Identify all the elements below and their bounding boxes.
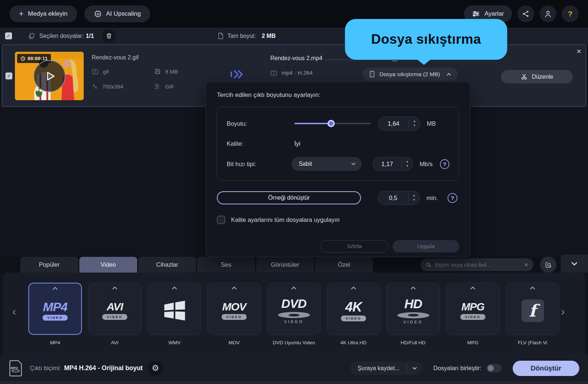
bitrate-type-select[interactable]: Sabit <box>291 157 362 171</box>
format-label: MOV <box>229 340 240 345</box>
format-hd[interactable]: HD VIDEO <box>386 283 440 335</box>
slider-thumb[interactable] <box>327 120 335 127</box>
help-icon: ? <box>568 9 573 18</box>
share-button[interactable] <box>517 5 534 22</box>
source-resolution: 700x394 <box>102 83 123 90</box>
sample-duration-spinner[interactable]: 0,5 ▲ ▼ <box>378 191 420 205</box>
search-input[interactable] <box>435 262 520 268</box>
video-badge: VIDEO <box>43 315 68 321</box>
video-badge: VIDEO <box>460 314 485 320</box>
file-checkbox[interactable]: ✓ <box>5 73 12 79</box>
convert-sample-button[interactable]: Örneği dönüştür <box>217 191 361 204</box>
tab-ozel[interactable]: Özel <box>315 257 373 273</box>
ai-upscaling-button[interactable]: AI AI Upscaling <box>84 5 150 22</box>
find-device-button[interactable] <box>540 256 556 273</box>
convert-button[interactable]: Dönüştür <box>513 361 579 376</box>
format-mp4[interactable]: MP4 VIDEO <box>28 283 82 335</box>
merge-files-toggle[interactable] <box>486 364 502 372</box>
close-icon: ✕ <box>576 48 581 55</box>
trash-icon <box>106 32 112 39</box>
file-compression-button[interactable]: Dosya sıkıştırma (2 MB) <box>362 67 458 81</box>
tab-populer[interactable]: Popüler <box>20 257 78 273</box>
codec-icon <box>154 83 161 90</box>
tab-ses[interactable]: Ses <box>197 257 255 273</box>
size-label: Boyutu: <box>227 120 294 127</box>
format-flv[interactable]: f <box>506 283 559 335</box>
apply-all-checkbox[interactable] <box>217 216 225 224</box>
scroll-right-button[interactable]: › <box>561 306 565 317</box>
spin-up-icon[interactable]: ▲ <box>413 120 416 123</box>
merge-files-label: Dosyaları birleştir: <box>433 365 481 372</box>
play-button[interactable] <box>33 60 65 92</box>
spin-up-icon[interactable]: ▲ <box>406 160 409 163</box>
delete-button[interactable] <box>102 29 116 43</box>
sliders-icon <box>472 10 480 18</box>
resolution-icon <box>92 83 98 90</box>
clear-search-icon[interactable]: ✕ <box>524 262 528 268</box>
spin-down-icon[interactable]: ▼ <box>413 124 416 127</box>
reset-button[interactable]: Sıfırla <box>321 240 388 252</box>
add-media-button[interactable]: + Medya ekleyin <box>9 5 77 22</box>
source-codec: GIF <box>165 83 174 90</box>
hd-logo: HD <box>404 297 422 310</box>
size-value[interactable]: 1,64 <box>378 120 409 127</box>
sample-duration-value[interactable]: 0,5 <box>378 195 408 201</box>
format-card-4k: 4K VIDEO 4K Ultra HD <box>327 283 380 345</box>
tab-goruntuler[interactable]: Görüntüler <box>256 257 314 273</box>
chevron-up-icon <box>446 73 451 76</box>
video-badge: VIDEO <box>222 314 247 320</box>
format-mpg[interactable]: MPG VIDEO <box>446 283 500 335</box>
format-avi[interactable]: AVI VIDEO <box>88 283 142 335</box>
format-card-mov: MOV VIDEO MOV <box>207 283 261 345</box>
tab-cihazlar[interactable]: Cihazlar <box>138 257 196 273</box>
apply-button[interactable]: Uygula <box>393 240 459 252</box>
tooltip-text: Dosya sıkıştırma <box>371 32 481 47</box>
format-dvd[interactable]: DVD VIDEO <box>267 283 321 335</box>
spin-down-icon[interactable]: ▼ <box>406 165 409 168</box>
output-settings-button[interactable]: ⚙ <box>148 361 163 376</box>
chevron-down-icon[interactable] <box>407 367 422 370</box>
bitrate-help-button[interactable]: ? <box>440 159 449 169</box>
video-thumbnail[interactable]: 00:00:11 <box>15 52 84 100</box>
source-info: gif 8 MB 700x394 <box>92 68 178 90</box>
format-mov[interactable]: MOV VIDEO <box>207 283 261 335</box>
flash-logo-icon: f <box>521 299 544 322</box>
save-to-button[interactable]: Şuraya kaydet... <box>350 361 422 375</box>
sample-help-button[interactable]: ? <box>448 193 457 203</box>
format-card-dvd: DVD VIDEO DVD Uyumlu Video <box>267 283 321 345</box>
spin-down-icon[interactable]: ▼ <box>413 199 416 201</box>
account-button[interactable] <box>540 5 556 22</box>
add-media-label: Medya ekleyin <box>28 10 68 17</box>
format-4k[interactable]: 4K VIDEO <box>327 283 380 335</box>
format-card-mpg: MPG VIDEO MPG <box>446 283 500 345</box>
bitrate-value[interactable]: 1,17 <box>373 161 401 168</box>
avi-logo: AVI <box>107 301 123 312</box>
help-button[interactable]: ? <box>562 5 579 22</box>
convert-arrow-icon <box>229 69 245 80</box>
select-all-checkbox[interactable]: ✓ <box>5 32 12 39</box>
source-file-name: Rendez-vous 2.gif <box>92 54 139 61</box>
compression-tooltip: Dosya sıkıştırma <box>345 19 507 60</box>
format-label: AVI <box>111 340 119 345</box>
spin-up-icon[interactable]: ▲ <box>413 194 416 197</box>
output-format-value: mp4 · H.264 <box>282 70 313 76</box>
format-tabs-row: Popüler Video Cihazlar Ses Görüntüler Öz… <box>0 257 588 273</box>
compression-dialog: Tercih edilen çıktı boyutunu ayarlayın: … <box>206 82 470 257</box>
edit-button[interactable]: Düzenle <box>501 70 573 83</box>
compress-label: Dosya sıkıştırma (2 MB) <box>380 71 440 78</box>
media-type-icon <box>270 70 277 76</box>
selected-files-label: Seçilen dosyalar: <box>39 33 84 39</box>
scroll-left-button[interactable]: ‹ <box>12 306 16 317</box>
format-label: 4K Ultra HD <box>340 340 366 345</box>
gear-icon: ⚙ <box>152 363 159 373</box>
size-spinner[interactable]: 1,64 ▲ ▼ <box>378 117 420 130</box>
collapse-panel-button[interactable] <box>561 255 588 273</box>
format-label: FLV (Flash Vi <box>518 340 547 345</box>
remove-file-button[interactable]: ✕ <box>576 48 581 55</box>
size-settings-panel: Boyutu: 1,64 ▲ ▼ MB Kalite: <box>217 107 459 181</box>
size-slider[interactable] <box>294 120 371 127</box>
tab-video[interactable]: Video <box>79 257 137 273</box>
quality-value: İyi <box>294 140 301 147</box>
bitrate-spinner[interactable]: 1,17 ▲ ▼ <box>373 157 413 171</box>
format-wmv[interactable] <box>148 283 201 335</box>
